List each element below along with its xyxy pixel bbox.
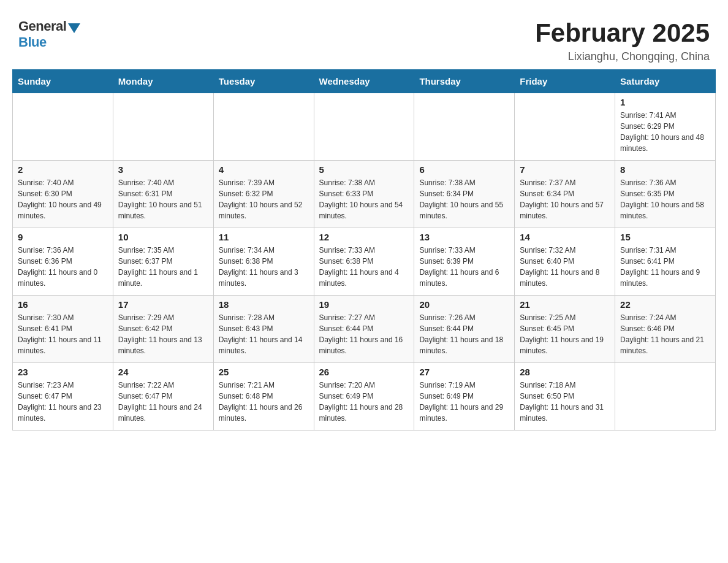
page-header: General Blue February 2025 Lixianghu, Ch… bbox=[12, 12, 716, 63]
calendar-cell: 24Sunrise: 7:22 AMSunset: 6:47 PMDayligh… bbox=[113, 363, 213, 431]
calendar-cell: 20Sunrise: 7:26 AMSunset: 6:44 PMDayligh… bbox=[414, 296, 515, 363]
day-info: Sunrise: 7:25 AMSunset: 6:45 PMDaylight:… bbox=[520, 312, 610, 356]
day-info: Sunrise: 7:34 AMSunset: 6:38 PMDaylight:… bbox=[219, 245, 309, 289]
day-number: 10 bbox=[118, 232, 208, 242]
day-number: 3 bbox=[118, 164, 208, 175]
day-info: Sunrise: 7:26 AMSunset: 6:44 PMDaylight:… bbox=[419, 312, 509, 356]
day-info: Sunrise: 7:33 AMSunset: 6:39 PMDaylight:… bbox=[419, 245, 509, 289]
calendar-cell bbox=[414, 93, 515, 161]
calendar-cell: 14Sunrise: 7:32 AMSunset: 6:40 PMDayligh… bbox=[515, 228, 615, 296]
day-number: 1 bbox=[620, 97, 710, 107]
calendar-cell: 18Sunrise: 7:28 AMSunset: 6:43 PMDayligh… bbox=[213, 296, 314, 363]
day-info: Sunrise: 7:22 AMSunset: 6:47 PMDaylight:… bbox=[118, 380, 208, 424]
day-number: 28 bbox=[520, 367, 610, 377]
day-info: Sunrise: 7:35 AMSunset: 6:37 PMDaylight:… bbox=[118, 245, 208, 289]
calendar-cell: 7Sunrise: 7:37 AMSunset: 6:34 PMDaylight… bbox=[515, 161, 615, 228]
day-number: 27 bbox=[419, 367, 509, 377]
day-number: 26 bbox=[319, 367, 409, 377]
day-number: 24 bbox=[118, 367, 208, 377]
day-number: 22 bbox=[620, 299, 710, 310]
location-subtitle: Lixianghu, Chongqing, China bbox=[535, 50, 710, 63]
logo-general-text: General bbox=[18, 18, 66, 34]
calendar-cell: 23Sunrise: 7:23 AMSunset: 6:47 PMDayligh… bbox=[13, 363, 113, 431]
day-info: Sunrise: 7:30 AMSunset: 6:41 PMDaylight:… bbox=[18, 312, 108, 356]
calendar-cell: 27Sunrise: 7:19 AMSunset: 6:49 PMDayligh… bbox=[414, 363, 515, 431]
day-number: 8 bbox=[620, 164, 710, 175]
day-info: Sunrise: 7:38 AMSunset: 6:34 PMDaylight:… bbox=[419, 177, 509, 221]
calendar-cell: 22Sunrise: 7:24 AMSunset: 6:46 PMDayligh… bbox=[615, 296, 716, 363]
calendar-cell: 2Sunrise: 7:40 AMSunset: 6:30 PMDaylight… bbox=[13, 161, 113, 228]
calendar-cell: 5Sunrise: 7:38 AMSunset: 6:33 PMDaylight… bbox=[314, 161, 414, 228]
day-number: 14 bbox=[520, 232, 610, 242]
day-info: Sunrise: 7:40 AMSunset: 6:31 PMDaylight:… bbox=[118, 177, 208, 221]
calendar-week-row: 2Sunrise: 7:40 AMSunset: 6:30 PMDaylight… bbox=[13, 161, 716, 228]
day-info: Sunrise: 7:36 AMSunset: 6:35 PMDaylight:… bbox=[620, 177, 710, 221]
month-title: February 2025 bbox=[535, 18, 710, 48]
day-number: 15 bbox=[620, 232, 710, 242]
calendar-cell: 25Sunrise: 7:21 AMSunset: 6:48 PMDayligh… bbox=[213, 363, 314, 431]
calendar-cell bbox=[113, 93, 213, 161]
day-info: Sunrise: 7:29 AMSunset: 6:42 PMDaylight:… bbox=[118, 312, 208, 356]
day-info: Sunrise: 7:38 AMSunset: 6:33 PMDaylight:… bbox=[319, 177, 409, 221]
day-info: Sunrise: 7:40 AMSunset: 6:30 PMDaylight:… bbox=[18, 177, 108, 221]
day-number: 4 bbox=[219, 164, 309, 175]
day-number: 7 bbox=[520, 164, 610, 175]
calendar-cell: 28Sunrise: 7:18 AMSunset: 6:50 PMDayligh… bbox=[515, 363, 615, 431]
day-info: Sunrise: 7:27 AMSunset: 6:44 PMDaylight:… bbox=[319, 312, 409, 356]
day-number: 5 bbox=[319, 164, 409, 175]
calendar-cell bbox=[615, 363, 716, 431]
calendar-cell: 6Sunrise: 7:38 AMSunset: 6:34 PMDaylight… bbox=[414, 161, 515, 228]
day-number: 6 bbox=[419, 164, 509, 175]
calendar-day-header: Saturday bbox=[615, 70, 716, 93]
day-info: Sunrise: 7:32 AMSunset: 6:40 PMDaylight:… bbox=[520, 245, 610, 289]
logo-blue-text: Blue bbox=[18, 34, 47, 50]
calendar-cell: 15Sunrise: 7:31 AMSunset: 6:41 PMDayligh… bbox=[615, 228, 716, 296]
day-number: 13 bbox=[419, 232, 509, 242]
calendar-cell: 19Sunrise: 7:27 AMSunset: 6:44 PMDayligh… bbox=[314, 296, 414, 363]
calendar-cell: 9Sunrise: 7:36 AMSunset: 6:36 PMDaylight… bbox=[13, 228, 113, 296]
calendar-cell bbox=[13, 93, 113, 161]
calendar-header-row: SundayMondayTuesdayWednesdayThursdayFrid… bbox=[13, 70, 716, 93]
calendar-day-header: Friday bbox=[515, 70, 615, 93]
day-info: Sunrise: 7:20 AMSunset: 6:49 PMDaylight:… bbox=[319, 380, 409, 424]
day-number: 21 bbox=[520, 299, 610, 310]
calendar-day-header: Monday bbox=[113, 70, 213, 93]
calendar-cell: 1Sunrise: 7:41 AMSunset: 6:29 PMDaylight… bbox=[615, 93, 716, 161]
calendar-cell: 17Sunrise: 7:29 AMSunset: 6:42 PMDayligh… bbox=[113, 296, 213, 363]
day-number: 23 bbox=[18, 367, 108, 377]
day-number: 18 bbox=[219, 299, 309, 310]
day-number: 2 bbox=[18, 164, 108, 175]
calendar-cell bbox=[515, 93, 615, 161]
calendar-cell: 13Sunrise: 7:33 AMSunset: 6:39 PMDayligh… bbox=[414, 228, 515, 296]
day-info: Sunrise: 7:36 AMSunset: 6:36 PMDaylight:… bbox=[18, 245, 108, 289]
day-info: Sunrise: 7:37 AMSunset: 6:34 PMDaylight:… bbox=[520, 177, 610, 221]
day-info: Sunrise: 7:21 AMSunset: 6:48 PMDaylight:… bbox=[219, 380, 309, 424]
calendar-week-row: 23Sunrise: 7:23 AMSunset: 6:47 PMDayligh… bbox=[13, 363, 716, 431]
logo: General Blue bbox=[18, 18, 80, 50]
calendar-cell bbox=[314, 93, 414, 161]
calendar-week-row: 9Sunrise: 7:36 AMSunset: 6:36 PMDaylight… bbox=[13, 228, 716, 296]
day-number: 12 bbox=[319, 232, 409, 242]
calendar-cell bbox=[213, 93, 314, 161]
calendar-cell: 8Sunrise: 7:36 AMSunset: 6:35 PMDaylight… bbox=[615, 161, 716, 228]
day-info: Sunrise: 7:28 AMSunset: 6:43 PMDaylight:… bbox=[219, 312, 309, 356]
calendar-week-row: 16Sunrise: 7:30 AMSunset: 6:41 PMDayligh… bbox=[13, 296, 716, 363]
day-number: 9 bbox=[18, 232, 108, 242]
calendar-day-header: Tuesday bbox=[213, 70, 314, 93]
day-number: 20 bbox=[419, 299, 509, 310]
calendar-day-header: Wednesday bbox=[314, 70, 414, 93]
calendar-cell: 3Sunrise: 7:40 AMSunset: 6:31 PMDaylight… bbox=[113, 161, 213, 228]
day-info: Sunrise: 7:24 AMSunset: 6:46 PMDaylight:… bbox=[620, 312, 710, 356]
calendar-week-row: 1Sunrise: 7:41 AMSunset: 6:29 PMDaylight… bbox=[13, 93, 716, 161]
calendar-cell: 26Sunrise: 7:20 AMSunset: 6:49 PMDayligh… bbox=[314, 363, 414, 431]
day-number: 11 bbox=[219, 232, 309, 242]
day-info: Sunrise: 7:18 AMSunset: 6:50 PMDaylight:… bbox=[520, 380, 610, 424]
title-block: February 2025 Lixianghu, Chongqing, Chin… bbox=[535, 18, 710, 63]
calendar-cell: 16Sunrise: 7:30 AMSunset: 6:41 PMDayligh… bbox=[13, 296, 113, 363]
day-info: Sunrise: 7:33 AMSunset: 6:38 PMDaylight:… bbox=[319, 245, 409, 289]
calendar-cell: 11Sunrise: 7:34 AMSunset: 6:38 PMDayligh… bbox=[213, 228, 314, 296]
day-info: Sunrise: 7:23 AMSunset: 6:47 PMDaylight:… bbox=[18, 380, 108, 424]
day-number: 16 bbox=[18, 299, 108, 310]
day-info: Sunrise: 7:31 AMSunset: 6:41 PMDaylight:… bbox=[620, 245, 710, 289]
calendar-day-header: Thursday bbox=[414, 70, 515, 93]
